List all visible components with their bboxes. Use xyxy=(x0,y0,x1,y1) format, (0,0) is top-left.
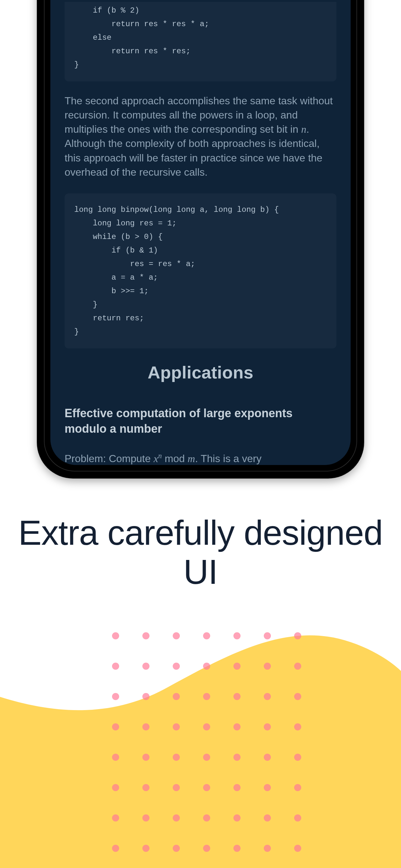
dot-icon xyxy=(264,632,271,640)
dot-icon xyxy=(112,662,119,670)
math-variable-n: n xyxy=(301,123,306,135)
dot-icon xyxy=(234,693,241,700)
dot-icon xyxy=(264,662,271,670)
dot-icon xyxy=(203,845,210,852)
dot-icon xyxy=(264,693,271,700)
dot-icon xyxy=(234,632,241,640)
dot-icon xyxy=(143,845,150,852)
dot-icon xyxy=(234,784,241,791)
dot-icon xyxy=(203,814,210,822)
partial-mid: mod xyxy=(162,453,188,464)
code-block-recursive[interactable]: if (b % 2) return res * res * a; else re… xyxy=(65,2,336,82)
dot-icon xyxy=(234,814,241,822)
paragraph-text-pre: The second approach accomplishes the sam… xyxy=(65,95,333,135)
dot-icon xyxy=(203,693,210,700)
code-block-iterative[interactable]: long long binpow(long long a, long long … xyxy=(65,193,336,348)
dot-icon xyxy=(234,754,241,761)
dot-icon xyxy=(264,814,271,822)
dot-icon xyxy=(294,632,301,640)
dot-icon xyxy=(143,632,150,640)
dot-icon xyxy=(264,723,271,731)
dot-icon xyxy=(173,662,180,670)
dot-icon xyxy=(173,784,180,791)
dot-icon xyxy=(143,693,150,700)
dot-icon xyxy=(264,784,271,791)
decorative-dot-grid xyxy=(112,632,301,868)
math-superscript-n: n xyxy=(158,452,162,460)
dot-icon xyxy=(173,845,180,852)
dot-icon xyxy=(234,845,241,852)
paragraph-problem-partial: Problem: Compute xn mod m. This is a ver… xyxy=(65,451,336,465)
dot-icon xyxy=(294,693,301,700)
paragraph-iterative-explanation: The second approach accomplishes the sam… xyxy=(65,94,336,179)
article-content[interactable]: if (b % 2) return res * res * a; else re… xyxy=(50,2,351,465)
promo-headline: Extra carefully designed UI xyxy=(0,514,401,592)
dot-icon xyxy=(112,845,119,852)
dot-icon xyxy=(294,784,301,791)
dot-icon xyxy=(203,754,210,761)
dot-icon xyxy=(173,693,180,700)
dot-icon xyxy=(234,662,241,670)
dot-icon xyxy=(203,632,210,640)
dot-icon xyxy=(294,754,301,761)
dot-icon xyxy=(112,784,119,791)
dot-icon xyxy=(294,662,301,670)
dot-icon xyxy=(112,814,119,822)
dot-icon xyxy=(294,814,301,822)
phone-frame: if (b % 2) return res * res * a; else re… xyxy=(37,0,364,478)
dot-icon xyxy=(173,723,180,731)
dot-icon xyxy=(143,814,150,822)
dot-icon xyxy=(203,723,210,731)
dot-icon xyxy=(173,814,180,822)
dot-icon xyxy=(203,784,210,791)
phone-screen[interactable]: if (b % 2) return res * res * a; else re… xyxy=(50,0,351,465)
dot-icon xyxy=(143,662,150,670)
partial-pre: Problem: Compute xyxy=(65,453,154,464)
dot-icon xyxy=(112,632,119,640)
math-variable-x: x xyxy=(154,453,158,464)
subheading-large-exponents: Effective computation of large exponents… xyxy=(65,406,336,437)
dot-icon xyxy=(143,754,150,761)
math-variable-m: m xyxy=(188,453,195,464)
partial-post: . This is a very xyxy=(195,453,261,464)
dot-icon xyxy=(294,723,301,731)
dot-icon xyxy=(173,754,180,761)
dot-icon xyxy=(173,632,180,640)
dot-icon xyxy=(203,662,210,670)
dot-icon xyxy=(143,784,150,791)
section-heading-applications: Applications xyxy=(65,361,336,384)
dot-icon xyxy=(112,693,119,700)
dot-icon xyxy=(143,723,150,731)
dot-icon xyxy=(264,754,271,761)
dot-icon xyxy=(294,845,301,852)
dot-icon xyxy=(234,723,241,731)
dot-icon xyxy=(112,754,119,761)
promo-canvas: if (b % 2) return res * res * a; else re… xyxy=(0,0,401,868)
dot-icon xyxy=(112,723,119,731)
dot-icon xyxy=(264,845,271,852)
